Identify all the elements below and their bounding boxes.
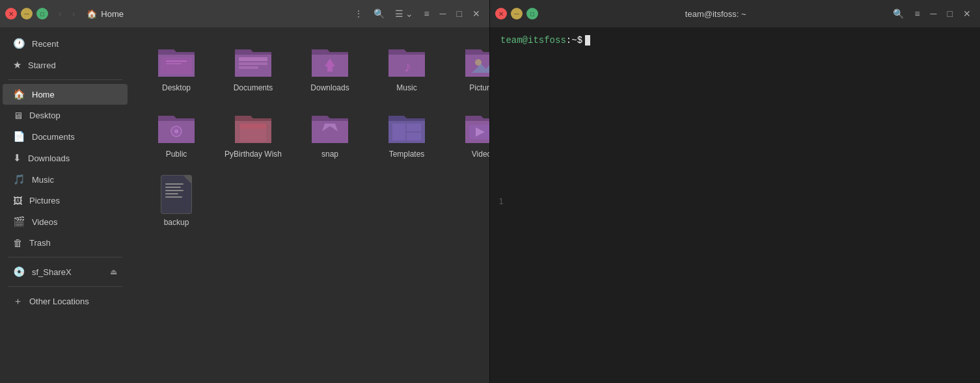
- terminal-window-minimize-button[interactable]: ─: [927, 6, 941, 21]
- file-item-backup[interactable]: backup: [141, 170, 212, 233]
- line-number: 1: [498, 196, 504, 206]
- terminal-close-button[interactable]: ✕: [495, 8, 507, 20]
- sidebar-item-documents[interactable]: 📄 Documents: [3, 126, 128, 147]
- sidebar-item-pictures[interactable]: 🖼 Pictures: [3, 191, 128, 211]
- window-close-button[interactable]: ✕: [469, 6, 484, 21]
- sidebar-item-desktop[interactable]: 🖥 Desktop: [3, 105, 128, 125]
- terminal-window-maximize-button[interactable]: □: [944, 6, 957, 21]
- trash-icon: 🗑: [13, 237, 23, 248]
- terminal-window-controls: ✕ ─ □: [495, 8, 538, 20]
- sidebar-item-music[interactable]: 🎵 Music: [3, 169, 128, 190]
- sidebar-item-home[interactable]: 🏠 Home: [3, 84, 128, 105]
- sf-sharex-icon: 💿: [13, 266, 25, 278]
- prompt-sep: :~: [566, 35, 577, 46]
- starred-icon: ★: [13, 59, 21, 71]
- sidebar-item-trash[interactable]: 🗑 Trash: [3, 233, 128, 253]
- desktop-icon: 🖥: [13, 110, 23, 121]
- sidebar-item-videos[interactable]: 🎬 Videos: [3, 211, 128, 232]
- sidebar-item-sf-sharex[interactable]: 💿 sf_ShareX ⏏: [3, 261, 128, 282]
- file-label-backup: backup: [164, 218, 189, 228]
- sidebar: 🕐 Recent ★ Starred 🏠 Home 🖥 Desktop 📄 Do…: [0, 27, 130, 383]
- terminal-search-button[interactable]: 🔍: [889, 6, 908, 21]
- back-button[interactable]: ‹: [55, 6, 66, 21]
- sidebar-label-other-locations: Other Locations: [29, 297, 89, 306]
- file-item-videos[interactable]: Videos: [448, 104, 489, 165]
- terminal: ✕ ─ □ team@itsfoss: ~ 🔍 ≡ ─ □ ✕ team@its…: [490, 0, 980, 383]
- svg-text:♪: ♪: [404, 59, 411, 75]
- svg-rect-15: [392, 124, 405, 140]
- terminal-maximize-button[interactable]: □: [526, 8, 538, 20]
- close-button[interactable]: ✕: [5, 8, 17, 20]
- documents-folder-icon: [232, 43, 274, 79]
- terminal-prompt-line: team@itsfoss:~$: [500, 35, 970, 46]
- content-area: 🕐 Recent ★ Starred 🏠 Home 🖥 Desktop 📄 Do…: [0, 27, 489, 383]
- svg-point-11: [174, 129, 178, 133]
- sidebar-label-home: Home: [32, 90, 55, 99]
- main-files-area: Desktop Documents: [130, 27, 489, 383]
- sidebar-label-documents: Documents: [32, 132, 75, 142]
- snap-folder-icon: [309, 109, 351, 146]
- sidebar-label-starred: Starred: [28, 60, 56, 70]
- file-label-downloads: Downloads: [310, 83, 349, 94]
- eject-button[interactable]: ⏏: [110, 267, 117, 276]
- file-item-downloads[interactable]: Downloads: [294, 38, 366, 99]
- titlebar-actions: ⋮ 🔍 ☰ ⌄ ≡ ─ □ ✕: [350, 6, 484, 21]
- svg-rect-5: [239, 66, 258, 69]
- sidebar-label-videos: Videos: [32, 217, 58, 227]
- path-title: Home: [101, 9, 124, 19]
- documents-icon: 📄: [13, 131, 25, 142]
- file-label-pybirthday: PyBirthday Wish: [225, 150, 282, 160]
- window-maximize-button[interactable]: □: [453, 6, 466, 21]
- svg-rect-16: [407, 124, 421, 131]
- sidebar-item-starred[interactable]: ★ Starred: [3, 55, 128, 75]
- file-label-desktop: Desktop: [162, 83, 191, 94]
- terminal-menu-button[interactable]: ≡: [910, 6, 923, 21]
- file-item-templates[interactable]: Templates: [371, 104, 442, 165]
- window-controls: ✕ ─ □: [5, 8, 48, 20]
- desktop-folder-icon: [156, 43, 197, 79]
- terminal-cursor: [585, 35, 590, 46]
- file-item-pybirthday[interactable]: PyBirthday Wish: [217, 104, 289, 165]
- file-item-snap[interactable]: snap: [294, 104, 366, 165]
- sidebar-item-downloads[interactable]: ⬇ Downloads: [3, 148, 128, 168]
- window-minimize-button[interactable]: ─: [436, 6, 450, 21]
- pybirthday-folder-icon: [232, 109, 274, 146]
- file-item-desktop[interactable]: Desktop: [141, 38, 212, 99]
- terminal-minimize-button[interactable]: ─: [511, 8, 523, 20]
- backup-file-icon: [161, 175, 192, 214]
- file-item-pictures[interactable]: Pictures: [448, 38, 489, 99]
- svg-rect-13: [240, 124, 266, 129]
- file-item-music[interactable]: ♪ Music: [371, 38, 442, 99]
- sidebar-item-other-locations[interactable]: ＋ Other Locations: [3, 291, 128, 312]
- terminal-window-close-button[interactable]: ✕: [959, 6, 975, 21]
- maximize-button[interactable]: □: [36, 8, 48, 20]
- sidebar-item-recent[interactable]: 🕐 Recent: [3, 33, 128, 54]
- public-folder-icon: [156, 109, 197, 146]
- svg-rect-17: [407, 133, 421, 140]
- terminal-content[interactable]: team@itsfoss:~$ 1: [490, 27, 980, 383]
- files-grid: Desktop Documents: [141, 38, 479, 233]
- minimize-button[interactable]: ─: [21, 8, 33, 20]
- sidebar-label-desktop: Desktop: [29, 111, 61, 120]
- file-manager: ✕ ─ □ ‹ › 🏠 Home ⋮ 🔍 ☰ ⌄ ≡ ─ □ ✕ 🕐 Recen…: [0, 0, 490, 383]
- music-folder-icon: ♪: [386, 43, 428, 79]
- menu-button[interactable]: ⋮: [350, 6, 367, 21]
- videos-folder-icon: [463, 109, 489, 146]
- prompt-dollar: $: [577, 35, 582, 46]
- svg-rect-4: [239, 62, 267, 65]
- file-label-documents: Documents: [234, 83, 273, 94]
- search-button[interactable]: 🔍: [370, 6, 388, 21]
- view-toggle-button[interactable]: ☰ ⌄: [391, 6, 418, 21]
- file-item-documents[interactable]: Documents: [217, 38, 289, 99]
- file-label-public: Public: [166, 150, 187, 160]
- sidebar-label-trash: Trash: [29, 238, 51, 248]
- sidebar-label-downloads: Downloads: [28, 153, 70, 163]
- file-item-public[interactable]: Public: [141, 104, 212, 165]
- sort-button[interactable]: ≡: [420, 6, 433, 21]
- sidebar-separator-3: [8, 286, 122, 287]
- terminal-title: team@itsfoss: ~: [545, 9, 886, 19]
- file-label-pictures: Pictures: [469, 83, 489, 94]
- forward-button[interactable]: ›: [68, 6, 79, 21]
- sidebar-label-sf-sharex: sf_ShareX: [32, 267, 72, 277]
- file-label-music: Music: [396, 83, 416, 94]
